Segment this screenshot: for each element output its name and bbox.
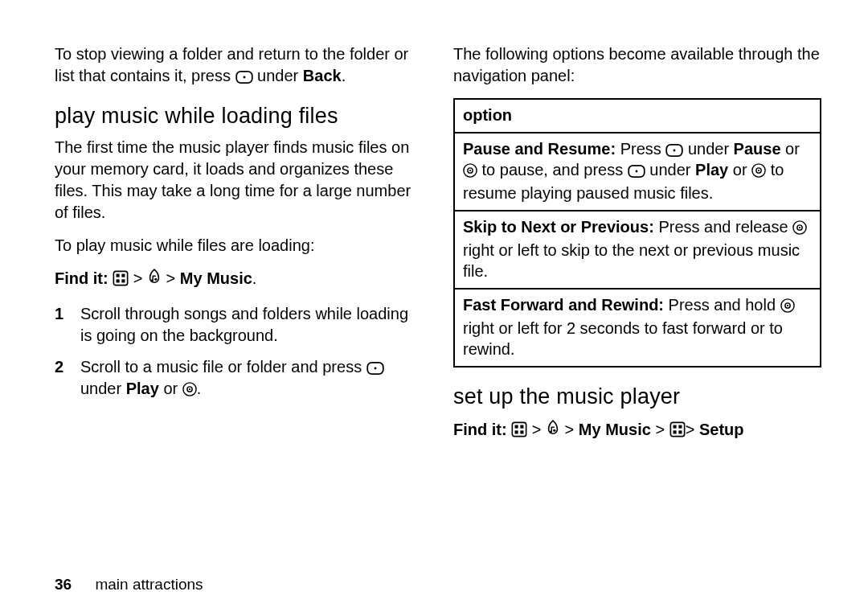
sep: >	[133, 269, 147, 287]
option-pause-resume: Pause and Resume: Press under Pause or t…	[454, 133, 821, 211]
softkey-icon	[665, 144, 683, 157]
play-music-p2: To play music while files are loading:	[55, 235, 423, 257]
table-row: Pause and Resume: Press under Pause or t…	[454, 133, 821, 211]
right-column: The following options become available t…	[453, 43, 821, 454]
find-it-line-2: Find it: > > My Music > > Setup	[453, 419, 821, 443]
find-it-line-1: Find it: > > My Music.	[55, 268, 423, 292]
setup-label: Setup	[699, 421, 744, 438]
step-2-pre: Scroll to a music file or folder and pre…	[80, 358, 366, 376]
back-label: Back	[303, 67, 342, 84]
media-icon	[546, 420, 560, 443]
menu-icon	[113, 270, 129, 292]
option-skip: Skip to Next or Previous: Press and rele…	[454, 211, 821, 289]
play-label: Play	[126, 380, 159, 397]
play-music-p1: The first time the music player finds mu…	[55, 137, 423, 224]
nav-icon	[182, 380, 197, 402]
heading-play-music: play music while loading files	[55, 101, 423, 130]
nav-icon	[751, 162, 766, 183]
table-row: Skip to Next or Previous: Press and rele…	[454, 211, 821, 289]
steps-list: Scroll through songs and folders while l…	[55, 303, 423, 402]
find-it-label: Find it:	[55, 269, 108, 287]
my-music-label: My Music	[180, 269, 252, 287]
softkey-icon	[366, 362, 384, 375]
step-1-text: Scroll through songs and folders while l…	[80, 305, 408, 344]
page-footer: 36 main attractions	[55, 574, 203, 595]
play-label: Play	[695, 161, 728, 179]
table-row: Fast Forward and Rewind: Press and hold …	[454, 289, 821, 367]
opt-title: Skip to Next or Previous:	[463, 218, 654, 236]
heading-setup: set up the music player	[453, 382, 821, 411]
intro-paragraph: To stop viewing a folder and return to t…	[55, 43, 423, 87]
table-header-row: option	[454, 99, 821, 133]
table-header-option: option	[454, 99, 821, 133]
section-name: main attractions	[95, 576, 203, 593]
manual-page: To stop viewing a folder and return to t…	[0, 0, 868, 616]
left-column: To stop viewing a folder and return to t…	[55, 43, 423, 454]
media-icon	[147, 269, 162, 292]
my-music-label: My Music	[579, 421, 651, 438]
options-table: option Pause and Resume: Press under Pau…	[453, 98, 821, 368]
menu-icon	[669, 421, 686, 443]
intro-end: .	[342, 67, 346, 84]
step-1: Scroll through songs and folders while l…	[55, 303, 423, 347]
find-it-end: .	[252, 269, 257, 287]
right-intro: The following options become available t…	[453, 43, 821, 87]
softkey-icon	[628, 165, 645, 178]
nav-icon	[792, 219, 807, 240]
opt-title: Fast Forward and Rewind:	[463, 296, 664, 314]
softkey-icon	[235, 71, 253, 84]
step-2-end: .	[197, 380, 202, 397]
step-2-under: under	[80, 380, 126, 397]
sep: >	[655, 421, 669, 438]
option-ffwd-rewind: Fast Forward and Rewind: Press and hold …	[454, 289, 821, 367]
menu-icon	[511, 421, 527, 443]
intro-text-post: under	[257, 67, 303, 84]
intro-text-pre: To stop viewing a folder and return to t…	[55, 45, 408, 84]
sep: >	[532, 421, 546, 438]
sep-tight: >	[686, 421, 699, 438]
find-it-label: Find it:	[453, 421, 507, 438]
nav-icon	[463, 162, 477, 183]
step-2-or: or	[163, 380, 182, 397]
two-column-layout: To stop viewing a folder and return to t…	[55, 43, 821, 454]
sep: >	[565, 421, 579, 438]
sep: >	[166, 269, 180, 287]
opt-title: Pause and Resume:	[463, 140, 616, 158]
step-2: Scroll to a music file or folder and pre…	[55, 356, 423, 402]
nav-icon	[780, 297, 795, 318]
pause-label: Pause	[734, 140, 781, 158]
page-number: 36	[55, 576, 72, 593]
